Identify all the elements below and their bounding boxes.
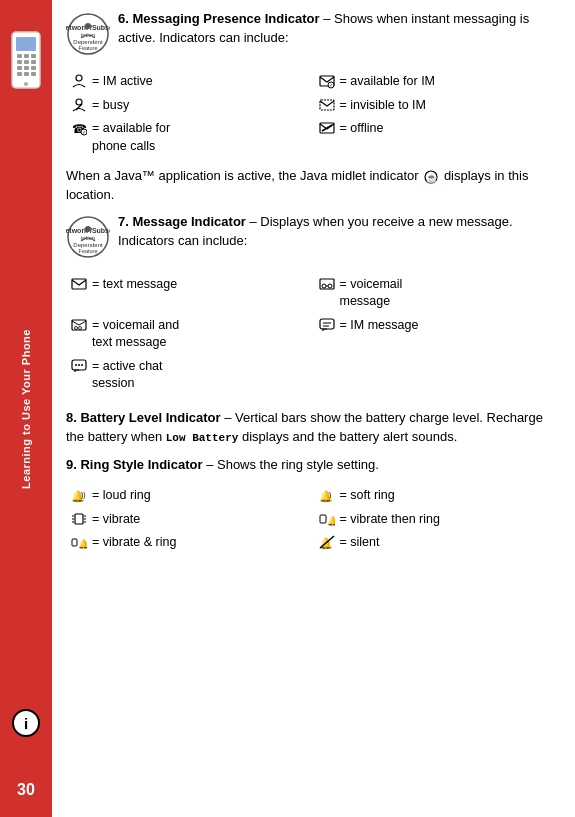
svg-rect-4 bbox=[31, 54, 36, 58]
svg-point-20 bbox=[85, 23, 91, 29]
section-7: Network /Subscr iption Dependent Feature… bbox=[66, 213, 561, 262]
vibrate-ring-icon: 🔔 bbox=[70, 534, 88, 550]
svg-rect-2 bbox=[17, 54, 22, 58]
svg-text:Feature: Feature bbox=[79, 248, 98, 254]
svg-text:🔔: 🔔 bbox=[78, 538, 87, 550]
svg-point-40 bbox=[85, 226, 91, 232]
svg-rect-9 bbox=[24, 66, 29, 70]
indicator-active-chat: = active chatsession bbox=[66, 356, 314, 395]
section-9: 9. Ring Style Indicator – Shows the ring… bbox=[66, 456, 561, 475]
indicator-busy: = busy bbox=[66, 95, 314, 117]
svg-rect-69 bbox=[72, 539, 77, 546]
svg-rect-3 bbox=[24, 54, 29, 58]
svg-point-48 bbox=[79, 326, 82, 329]
voicemail-label: = voicemailmessage bbox=[340, 276, 403, 311]
vibrate-then-ring-label: = vibrate then ring bbox=[340, 511, 440, 529]
im-active-label: = IM active bbox=[92, 73, 153, 91]
svg-rect-60 bbox=[75, 514, 83, 524]
svg-point-21 bbox=[76, 75, 82, 81]
invisible-im-icon bbox=[318, 97, 336, 113]
java-midlet-section: When a Java™ application is active, the … bbox=[66, 167, 561, 205]
svg-point-14 bbox=[24, 82, 28, 86]
phone-illustration bbox=[8, 30, 44, 93]
silent-label: = silent bbox=[340, 534, 380, 552]
section-7-text: 7. Message Indicator – Displays when you… bbox=[118, 213, 561, 251]
ring-vibrate-then-ring: 🔔 = vibrate then ring bbox=[314, 509, 562, 531]
svg-rect-13 bbox=[31, 72, 36, 76]
offline-label: = offline bbox=[340, 120, 384, 138]
svg-rect-6 bbox=[24, 60, 29, 64]
vibrate-icon bbox=[70, 511, 88, 527]
available-phone-icon: ☎✓ bbox=[70, 120, 88, 136]
section-8: 8. Battery Level Indicator – Vertical ba… bbox=[66, 409, 561, 447]
svg-text:✓: ✓ bbox=[82, 129, 86, 135]
text-msg-label: = text message bbox=[92, 276, 177, 294]
indicator-invisible-im: = invisible to IM bbox=[314, 95, 562, 117]
java-text-before: When a Java™ application is active, the … bbox=[66, 168, 419, 183]
ring-style-indicators: 🔔)) = loud ring 🔔) = soft ring = vibrate… bbox=[66, 485, 561, 554]
im-msg-label: = IM message bbox=[340, 317, 419, 335]
svg-rect-49 bbox=[320, 319, 334, 329]
active-chat-label: = active chatsession bbox=[92, 358, 163, 393]
section-9-suffix: – Shows the ring style setting. bbox=[203, 457, 379, 472]
svg-text:Feature: Feature bbox=[79, 45, 98, 51]
info-badge: i bbox=[12, 709, 40, 737]
ring-vibrate-and-ring: 🔔 = vibrate & ring bbox=[66, 532, 314, 554]
section-6-title: 6. Messaging Presence Indicator bbox=[118, 11, 320, 26]
svg-rect-1 bbox=[16, 37, 36, 51]
low-battery-label: Low Battery bbox=[166, 432, 239, 444]
ring-loud: 🔔)) = loud ring bbox=[66, 485, 314, 507]
ring-soft: 🔔) = soft ring bbox=[314, 485, 562, 507]
im-msg-icon bbox=[318, 317, 336, 333]
loud-ring-icon: 🔔)) bbox=[70, 487, 88, 503]
svg-rect-8 bbox=[17, 66, 22, 70]
svg-point-47 bbox=[75, 326, 78, 329]
section-6-text: 6. Messaging Presence Indicator – Shows … bbox=[118, 10, 561, 48]
vibrate-label: = vibrate bbox=[92, 511, 140, 529]
active-chat-icon bbox=[70, 358, 88, 374]
vibrate-ring-label: = vibrate & ring bbox=[92, 534, 176, 552]
svg-rect-11 bbox=[17, 72, 22, 76]
svg-point-54 bbox=[78, 364, 80, 366]
svg-point-55 bbox=[81, 364, 83, 366]
svg-text:☕: ☕ bbox=[426, 172, 438, 184]
voicemail-text-label: = voicemail andtext message bbox=[92, 317, 179, 352]
section-9-title: 9. Ring Style Indicator bbox=[66, 457, 203, 472]
section-8-title: 8. Battery Level Indicator bbox=[66, 410, 221, 425]
svg-text:🔔: 🔔 bbox=[327, 515, 335, 527]
soft-ring-label: = soft ring bbox=[340, 487, 395, 505]
available-phone-label: = available forphone calls bbox=[92, 120, 170, 155]
text-msg-icon bbox=[70, 276, 88, 292]
busy-icon bbox=[70, 97, 88, 113]
indicator-voicemail-text: = voicemail andtext message bbox=[66, 315, 314, 354]
section-7-title: 7. Message Indicator bbox=[118, 214, 246, 229]
network-badge-icon-7: Network /Subscr iption Dependent Feature bbox=[66, 215, 110, 262]
invisible-im-label: = invisible to IM bbox=[340, 97, 427, 115]
indicator-available-phone: ☎✓ = available forphone calls bbox=[66, 118, 314, 157]
svg-point-43 bbox=[322, 284, 326, 288]
indicator-offline: = offline bbox=[314, 118, 562, 157]
svg-rect-67 bbox=[320, 515, 326, 523]
available-im-icon: ✓ bbox=[318, 73, 336, 89]
indicator-im-message: = IM message bbox=[314, 315, 562, 354]
indicator-im-active: = IM active bbox=[66, 71, 314, 93]
voicemail-icon bbox=[318, 276, 336, 292]
available-im-label: = available for IM bbox=[340, 73, 436, 91]
svg-point-53 bbox=[75, 364, 77, 366]
indicator-voicemail: = voicemailmessage bbox=[314, 274, 562, 313]
section-6-indicators: = IM active ✓ = available for IM = busy … bbox=[66, 71, 561, 157]
java-midlet-icon: ☕ bbox=[422, 169, 440, 185]
silent-icon: 🔔 bbox=[318, 534, 336, 550]
page-number: 30 bbox=[17, 781, 35, 799]
ring-vibrate: = vibrate bbox=[66, 509, 314, 531]
svg-rect-7 bbox=[31, 60, 36, 64]
section-7-indicators: = text message = voicemailmessage = voic… bbox=[66, 274, 561, 395]
loud-ring-label: = loud ring bbox=[92, 487, 151, 505]
ring-silent: 🔔 = silent bbox=[314, 532, 562, 554]
network-badge-icon: Network /Subscr iption Dependent Feature bbox=[66, 12, 110, 59]
svg-rect-41 bbox=[72, 279, 86, 289]
section-8-end: displays and the battery alert sounds. bbox=[238, 429, 457, 444]
svg-rect-27 bbox=[320, 100, 334, 110]
offline-icon bbox=[318, 120, 336, 136]
soft-ring-icon: 🔔) bbox=[318, 487, 336, 503]
